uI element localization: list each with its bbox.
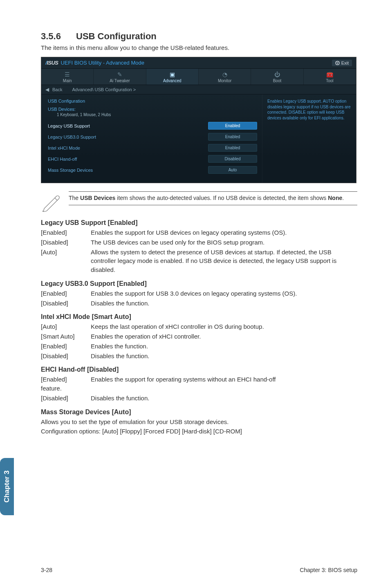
def-term: [Enabled]feature. <box>41 375 91 393</box>
opt-ehci-handoff[interactable]: EHCI Hand-off Disabled <box>48 154 257 164</box>
sub-heading-legacy-usb: Legacy USB Support [Enabled] <box>41 219 357 227</box>
side-tab-chapter: Chapter 3 <box>0 458 14 515</box>
def-term: [Enabled] <box>41 228 91 237</box>
usb-devices-label: USB Devices: <box>48 107 257 112</box>
footer-chapter-label: Chapter 3: BIOS setup <box>300 567 357 573</box>
def-term: [Disabled] <box>41 394 91 403</box>
tab-boot-label: Boot <box>273 79 282 83</box>
bios-title-text: UEFI BIOS Utility - Advanced Mode <box>61 60 144 66</box>
breadcrumb: ◀ Back Advanced\ USB Configuration > <box>41 85 356 94</box>
opt-mass-storage-value[interactable]: Auto <box>208 166 257 174</box>
opt-xhci-mode[interactable]: Intel xHCI Mode Enabled <box>48 143 257 153</box>
defs-legacy-usb: [Enabled]Enables the support for USB dev… <box>41 228 357 274</box>
def-term: [Enabled] <box>41 289 91 298</box>
note-block: The USB Devices item shows the auto-dete… <box>41 191 357 213</box>
pencil-note-icon <box>41 191 61 213</box>
def-desc: The USB devices can be used only for the… <box>91 238 357 247</box>
exit-icon: ⏼ <box>335 61 340 65</box>
opt-legacy-usb-support[interactable]: Legacy USB Support Enabled <box>48 121 257 130</box>
exit-button[interactable]: ⏼ Exit <box>332 60 352 66</box>
def-term: [Disabled] <box>41 238 91 247</box>
opt-xhci-value[interactable]: Enabled <box>208 144 257 152</box>
cfg-header: USB Configuration <box>48 99 257 103</box>
tab-tool-label: Tool <box>326 79 333 83</box>
breadcrumb-back[interactable]: Back <box>52 87 62 92</box>
opt-ehci-label: EHCI Hand-off <box>48 157 77 162</box>
def-desc: Allows the system to detect the presence… <box>91 248 357 274</box>
def-desc: Enables the support for USB devices on l… <box>91 228 357 237</box>
def-term: [Auto] <box>41 248 91 274</box>
tab-monitor[interactable]: ◔Monitor <box>199 69 251 85</box>
defs-ehci: [Enabled]feature. Enables the support fo… <box>41 375 357 402</box>
defs-legacy-usb3: [Enabled]Enables the support for USB 3.0… <box>41 289 357 308</box>
note-bold2: None <box>328 195 342 201</box>
monitor-icon: ◔ <box>199 71 251 79</box>
note-text: The USB Devices item shows the auto-dete… <box>69 191 357 205</box>
def-desc: Disables the function. <box>91 352 357 361</box>
footer-page-number: 3-28 <box>41 567 52 573</box>
bios-tabs: ☰Main ✎Ai Tweaker ▣Advanced ◔Monitor ⏻Bo… <box>41 69 356 85</box>
opt-legacy-usb3-support[interactable]: Legacy USB3.0 Support Enabled <box>48 132 257 141</box>
def-term: [Smart Auto] <box>41 332 91 341</box>
tab-main-label: Main <box>63 79 72 83</box>
asus-logo: /ISUS <box>45 60 58 66</box>
sub-heading-mass-storage: Mass Storage Devices [Auto] <box>41 408 357 416</box>
sub-heading-ehci: EHCI Hand-off [Disabled] <box>41 366 357 373</box>
tab-main[interactable]: ☰Main <box>41 69 94 85</box>
opt-legacy-usb-label: Legacy USB Support <box>48 123 90 128</box>
bios-screenshot: /ISUS UEFI BIOS Utility - Advanced Mode … <box>41 57 356 183</box>
sub-heading-xhci: Intel xHCI Mode [Smart Auto] <box>41 313 357 321</box>
chip-icon: ▣ <box>146 71 198 79</box>
bios-titlebar: /ISUS UEFI BIOS Utility - Advanced Mode … <box>41 57 356 69</box>
def-term: [Auto] <box>41 322 91 331</box>
wrench-icon: ✎ <box>94 71 146 79</box>
def-term: [Disabled] <box>41 352 91 361</box>
def-desc: Enables the support for USB 3.0 devices … <box>91 289 357 298</box>
def-desc: Disables the function. <box>91 394 357 403</box>
tab-ai-tweaker-label: Ai Tweaker <box>110 79 130 83</box>
sub-heading-legacy-usb3: Legacy USB3.0 Support [Enabled] <box>41 280 357 287</box>
note-pre: The <box>69 195 80 201</box>
tab-advanced-label: Advanced <box>163 79 181 83</box>
def-desc: Enables the support for operating system… <box>91 375 357 393</box>
opt-mass-storage[interactable]: Mass Storage Devices Auto <box>48 165 257 175</box>
power-icon: ⏻ <box>251 71 303 79</box>
list-icon: ☰ <box>41 71 93 79</box>
bios-settings-panel: USB Configuration USB Devices: 1 Keyboar… <box>41 94 262 183</box>
bios-help-panel: Enables Legacy USB support. AUTO option … <box>262 94 356 183</box>
opt-ehci-value[interactable]: Disabled <box>208 155 257 163</box>
opt-legacy-usb3-label: Legacy USB3.0 Support <box>48 135 96 139</box>
defs-xhci: [Auto]Keeps the last operation of xHCI c… <box>41 322 357 360</box>
bios-help-text: Enables Legacy USB support. AUTO option … <box>267 99 350 120</box>
page-footer: 3-28 Chapter 3: BIOS setup <box>41 567 357 573</box>
def-desc: Keeps the last operation of xHCI control… <box>91 322 357 331</box>
tool-icon: 🧰 <box>304 71 356 79</box>
back-arrow-icon[interactable]: ◀ <box>45 87 49 92</box>
mass-storage-body1: Allows you to set the type of emulation … <box>41 417 357 426</box>
tab-advanced[interactable]: ▣Advanced <box>146 69 199 85</box>
tab-ai-tweaker[interactable]: ✎Ai Tweaker <box>94 69 146 85</box>
def-term: [Enabled] <box>41 342 91 351</box>
def-term: [Disabled] <box>41 299 91 308</box>
def-desc: Enables the operation of xHCI controller… <box>91 332 357 341</box>
def-desc: Enables the function. <box>91 342 357 351</box>
section-title: USB Configuration <box>76 31 157 41</box>
tab-monitor-label: Monitor <box>218 79 231 83</box>
note-post: . <box>342 195 344 201</box>
usb-devices-value: 1 Keyboard, 1 Mouse, 2 Hubs <box>57 112 257 117</box>
note-mid: item shows the auto-detected values. If … <box>115 195 328 201</box>
section-intro: The items in this menu allow you to chan… <box>41 44 357 51</box>
opt-legacy-usb3-value[interactable]: Enabled <box>208 133 257 141</box>
exit-label: Exit <box>341 61 349 65</box>
section-heading: 3.5.6USB Configuration <box>41 31 357 42</box>
def-desc: Disables the function. <box>91 299 357 308</box>
opt-mass-storage-label: Mass Storage Devices <box>48 168 93 173</box>
breadcrumb-path: Advanced\ USB Configuration > <box>72 87 136 92</box>
opt-legacy-usb-value[interactable]: Enabled <box>208 122 257 130</box>
mass-storage-body2: Configuration options: [Auto] [Floppy] [… <box>41 427 357 436</box>
section-number: 3.5.6 <box>41 31 76 42</box>
tab-boot[interactable]: ⏻Boot <box>251 69 303 85</box>
opt-xhci-label: Intel xHCI Mode <box>48 146 80 150</box>
note-bold1: USB Devices <box>80 195 115 201</box>
tab-tool[interactable]: 🧰Tool <box>304 69 356 85</box>
